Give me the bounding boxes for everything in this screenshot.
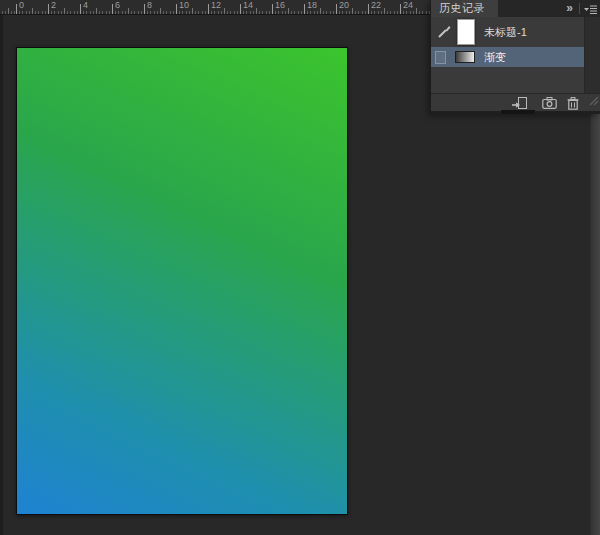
- photoshop-workspace: 024681012141618202224 历史记录 »: [0, 0, 600, 535]
- history-brush-source-icon[interactable]: [436, 25, 451, 40]
- tab-history[interactable]: 历史记录: [431, 0, 498, 17]
- history-brush-source-well[interactable]: [435, 51, 446, 64]
- panel-drag-handle[interactable]: [501, 110, 535, 114]
- history-item-label: 未标题-1: [484, 25, 527, 40]
- panel-menu-icon[interactable]: [582, 0, 600, 19]
- new-document-from-state-button[interactable]: [509, 95, 529, 111]
- window-left-edge: [0, 15, 3, 535]
- history-item-gradient[interactable]: 渐变: [431, 47, 584, 67]
- delete-state-trash-button[interactable]: [563, 95, 583, 111]
- history-panel: 历史记录 »: [430, 0, 600, 114]
- gradient-thumbnail: [455, 51, 475, 63]
- collapse-to-icons-icon[interactable]: »: [562, 1, 577, 16]
- history-item-label: 渐变: [484, 50, 506, 65]
- panel-dock-edge: [590, 113, 600, 535]
- scrollbar-track[interactable]: [584, 17, 600, 93]
- history-panel-footer: [431, 93, 600, 111]
- panel-resize-grip[interactable]: [589, 92, 599, 110]
- history-list: 未标题-1 渐变: [431, 17, 600, 93]
- header-separator: [579, 3, 580, 14]
- document-canvas[interactable]: [16, 47, 348, 515]
- document-thumbnail: [457, 19, 475, 45]
- new-snapshot-camera-button[interactable]: [539, 95, 559, 111]
- history-panel-header: 历史记录 »: [431, 0, 600, 17]
- history-panel-bottom-edge: [431, 111, 600, 114]
- history-item-untitled[interactable]: 未标题-1: [431, 17, 584, 47]
